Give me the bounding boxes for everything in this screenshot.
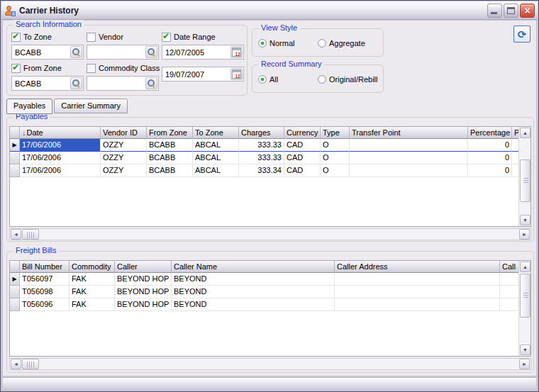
cell[interactable] [335, 286, 500, 298]
cell[interactable]: OZZY [101, 164, 147, 177]
cell[interactable]: CAD [284, 164, 321, 177]
scroll-right-icon[interactable]: ► [519, 359, 530, 369]
freight-bills-hscroll-thumb[interactable] [22, 359, 39, 369]
row-selector[interactable] [10, 152, 20, 164]
cell[interactable]: 333.33 [239, 152, 284, 164]
tab-carrier-summary[interactable]: Carrier Summary [54, 99, 128, 113]
scroll-up-icon[interactable]: ▲ [520, 262, 530, 272]
column-header[interactable]: Caller Address [335, 261, 500, 273]
column-header[interactable]: Commodity [70, 261, 115, 273]
column-header[interactable]: To Zone [193, 127, 239, 139]
cell[interactable]: BEYOND [172, 286, 335, 298]
cell[interactable]: ABCAL [193, 152, 239, 164]
tab-payables[interactable]: Payables [6, 99, 52, 114]
column-header[interactable]: Caller [115, 261, 172, 273]
cell[interactable]: FAK [70, 298, 115, 311]
cell[interactable]: 333.34 [239, 164, 284, 177]
cell[interactable]: 17/06/2006 [20, 164, 101, 177]
cell[interactable]: BEYOND HOP [115, 273, 172, 286]
cell[interactable] [512, 152, 518, 164]
column-header[interactable]: Type [321, 127, 350, 139]
normal-radio[interactable] [258, 39, 267, 47]
record-summary-original-rebill-option[interactable]: Original/Rebill [318, 74, 377, 84]
cell[interactable]: O [321, 139, 350, 152]
original-rebill-radio[interactable] [318, 75, 326, 84]
to-zone-input[interactable] [13, 46, 69, 58]
cell[interactable] [350, 139, 468, 152]
cell[interactable]: FAK [70, 286, 115, 298]
cell[interactable]: ABCAL [193, 139, 239, 152]
refresh-button[interactable]: ⟳ [513, 26, 530, 43]
column-header[interactable]: Percentage [468, 127, 512, 139]
cell[interactable]: BEYOND [172, 273, 335, 286]
cell[interactable]: 17/06/2006 [20, 139, 101, 152]
row-selector[interactable]: ▶ [10, 139, 20, 152]
column-header[interactable]: ↓Date [20, 127, 101, 139]
cell[interactable] [500, 273, 518, 286]
all-radio[interactable] [258, 75, 267, 84]
vendor-input[interactable] [89, 46, 144, 58]
scroll-down-icon[interactable]: ▼ [520, 345, 530, 355]
cell[interactable]: BCABB [147, 152, 193, 164]
row-selector[interactable]: ▶ [10, 273, 20, 286]
cell[interactable] [350, 152, 468, 164]
scroll-left-icon[interactable]: ◄ [11, 229, 21, 240]
cell[interactable]: BCABB [147, 164, 193, 177]
minimize-button[interactable] [487, 4, 502, 18]
date-to-calendar-button[interactable]: 12 [230, 68, 243, 80]
date-from-input[interactable] [164, 46, 229, 58]
cell[interactable] [335, 298, 500, 311]
commodity-class-checkbox[interactable]: ✔ [87, 64, 96, 73]
maximize-button[interactable] [504, 4, 518, 18]
column-header[interactable]: Bill Number [20, 261, 70, 273]
column-header[interactable]: Transfer Point [350, 127, 468, 139]
scroll-up-icon[interactable]: ▲ [520, 128, 530, 138]
column-header[interactable]: Currency [284, 127, 321, 139]
cell[interactable] [335, 273, 500, 286]
date-to-input[interactable] [164, 68, 229, 80]
payables-vscroll-thumb[interactable] [520, 159, 530, 202]
column-header[interactable]: Vendor ID [101, 127, 147, 139]
commodity-class-lookup-button[interactable] [145, 77, 157, 89]
cell[interactable] [350, 164, 468, 177]
column-header[interactable]: P [512, 127, 518, 139]
cell[interactable] [500, 286, 518, 298]
date-from-calendar-button[interactable]: 12 [230, 46, 243, 58]
column-header[interactable]: Charges [239, 127, 284, 139]
date-range-checkbox[interactable]: ✔ [162, 33, 171, 42]
from-zone-input[interactable] [13, 77, 69, 89]
freight-bills-vscroll-thumb[interactable] [520, 274, 530, 318]
cell[interactable]: CAD [284, 152, 321, 164]
column-header[interactable]: From Zone [147, 127, 193, 139]
payables-hscroll-thumb[interactable] [22, 229, 39, 240]
view-style-aggregate-option[interactable]: Aggregate [318, 38, 365, 48]
scroll-left-icon[interactable]: ◄ [11, 359, 21, 369]
cell[interactable]: FAK [70, 273, 115, 286]
cell[interactable] [512, 164, 518, 177]
cell[interactable]: 0 [468, 152, 512, 164]
cell[interactable]: O [321, 152, 350, 164]
cell[interactable]: 0 [468, 164, 512, 177]
scroll-right-icon[interactable]: ► [519, 229, 530, 240]
to-zone-checkbox[interactable]: ✔ [11, 33, 21, 42]
payables-horizontal-scrollbar[interactable]: ◄ ► [9, 228, 531, 240]
freight-bills-vertical-scrollbar[interactable]: ▲ ▼ [518, 261, 530, 356]
aggregate-radio[interactable] [318, 39, 326, 47]
payables-vertical-scrollbar[interactable]: ▲ ▼ [518, 127, 530, 226]
to-zone-lookup-button[interactable] [70, 46, 82, 58]
row-selector[interactable] [10, 298, 20, 311]
from-zone-checkbox[interactable]: ✔ [11, 64, 21, 73]
cell[interactable]: ABCAL [193, 164, 239, 177]
cell[interactable]: OZZY [101, 152, 147, 164]
cell[interactable]: BEYOND HOP [115, 286, 172, 298]
from-zone-lookup-button[interactable] [70, 77, 82, 89]
cell[interactable]: BCABB [147, 139, 193, 152]
record-summary-all-option[interactable]: All [258, 74, 278, 84]
cell[interactable]: BEYOND [172, 298, 335, 311]
cell[interactable]: BEYOND HOP [115, 298, 172, 311]
cell[interactable]: T056097 [20, 273, 70, 286]
cell[interactable]: 17/06/2006 [20, 152, 101, 164]
cell[interactable]: 333.33 [239, 139, 284, 152]
scroll-down-icon[interactable]: ▼ [520, 215, 530, 225]
row-selector[interactable] [10, 286, 20, 298]
